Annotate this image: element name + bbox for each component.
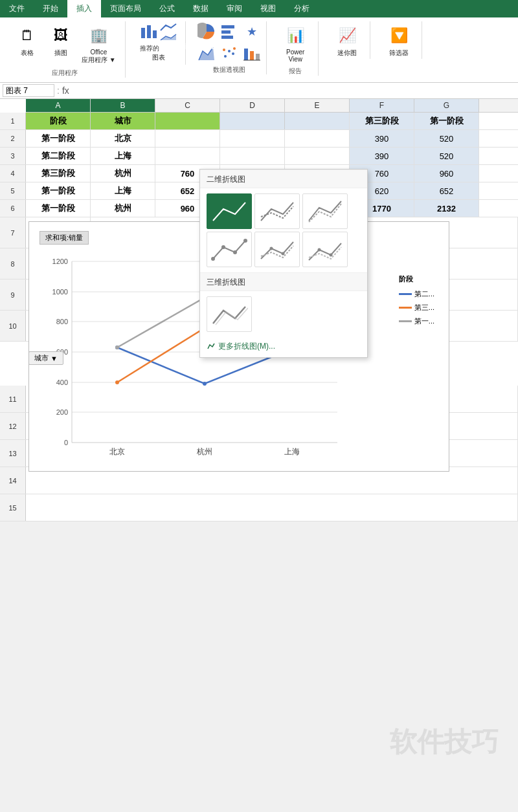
cell-b2[interactable]: 北京 xyxy=(91,130,155,147)
cell-b4[interactable]: 杭州 xyxy=(91,165,155,182)
cell-b1[interactable]: 城市 xyxy=(91,113,155,129)
tab-layout[interactable]: 页面布局 xyxy=(101,0,150,17)
ribbon-body: 🗒 表格 🖼 插图 🏢 Office应用程序 ▼ Office WaR 应用程序 xyxy=(0,17,518,82)
sparkline-button[interactable]: 📈 迷你图 xyxy=(332,21,363,59)
filter-label: 城市 xyxy=(34,353,49,363)
chart-type-markers-stacked[interactable] xyxy=(254,232,300,267)
legend-item-3: 第一... xyxy=(399,316,434,326)
svg-point-45 xyxy=(211,257,215,261)
cell-g5[interactable]: 652 xyxy=(414,182,479,199)
star-icon: ★ xyxy=(243,23,261,41)
power-view-icon: 📊 xyxy=(282,23,308,49)
cell-c1[interactable] xyxy=(155,113,220,129)
cell-a4[interactable]: 第三阶段 xyxy=(26,165,91,182)
cell-reference-input[interactable] xyxy=(3,84,54,97)
row-num: 10 xyxy=(0,311,26,341)
row-num: 5 xyxy=(0,182,26,199)
chart-type-3d-line[interactable] xyxy=(207,296,252,332)
special-chart-button[interactable]: ★ xyxy=(242,21,262,42)
table-row: 2 第一阶段 北京 390 520 xyxy=(0,130,518,148)
row-num: 9 xyxy=(0,280,26,310)
tab-formula[interactable]: 公式 xyxy=(150,0,184,17)
more-charts-link[interactable]: 更多折线图(M)... xyxy=(200,337,367,357)
legend-label-3: 第一... xyxy=(414,316,434,326)
group-filter: 🔽 筛选器 xyxy=(377,21,422,59)
svg-point-48 xyxy=(243,239,247,243)
formula-input[interactable] xyxy=(72,84,515,97)
chart-type-markers-line[interactable] xyxy=(207,232,252,267)
cell-g2[interactable]: 520 xyxy=(414,130,479,147)
tab-file[interactable]: 文件 xyxy=(0,0,34,17)
chart-type-basic-line[interactable] xyxy=(207,193,252,229)
power-view-group-label: 报告 xyxy=(289,67,302,76)
table-button[interactable]: 🗒 表格 xyxy=(12,21,43,66)
col-header-e: E xyxy=(285,99,350,112)
svg-point-50 xyxy=(282,252,285,255)
filter-button[interactable]: 🔽 筛选器 xyxy=(383,21,414,59)
tab-home[interactable]: 开始 xyxy=(34,0,67,17)
power-view-label: PowerView xyxy=(286,49,304,63)
legend-item-1: 第二... xyxy=(399,289,434,299)
cell-b5[interactable]: 上海 xyxy=(91,182,155,199)
cell-g3[interactable]: 520 xyxy=(414,148,479,164)
cell-e1[interactable] xyxy=(285,113,350,129)
cell-b3[interactable]: 上海 xyxy=(91,148,155,164)
cell-d1[interactable] xyxy=(220,113,285,129)
svg-text:1000: 1000 xyxy=(52,288,68,296)
cell-c3[interactable] xyxy=(155,148,220,164)
cell-g6[interactable]: 2132 xyxy=(414,200,479,217)
bar-horiz-button[interactable] xyxy=(219,21,240,42)
col-header-f: F xyxy=(350,99,414,112)
office-app-button[interactable]: 🏢 Office应用程序 ▼ Office WaR xyxy=(79,21,118,66)
formula-func-button[interactable]: fx xyxy=(62,85,69,96)
row-num: 7 xyxy=(0,217,26,248)
chart-type-markers-100pct[interactable] xyxy=(302,232,348,267)
pivot-chart-button[interactable] xyxy=(242,43,262,64)
chart-type-stacked-line[interactable] xyxy=(254,193,300,229)
cell-d3[interactable] xyxy=(220,148,285,164)
svg-text:400: 400 xyxy=(56,379,68,386)
cell-a3[interactable]: 第二阶段 xyxy=(26,148,91,164)
row-num: 11 xyxy=(0,386,26,412)
tab-view[interactable]: 视图 xyxy=(251,0,285,17)
cell-e2[interactable] xyxy=(285,130,350,147)
svg-point-13 xyxy=(233,47,236,50)
svg-text:北京: 北京 xyxy=(109,447,125,456)
tab-insert[interactable]: 插入 xyxy=(67,0,101,17)
power-view-button[interactable]: 📊 PowerView xyxy=(280,21,311,64)
data-pivot-label: 数据透视图 xyxy=(196,65,262,74)
cell-a2[interactable]: 第一阶段 xyxy=(26,130,91,147)
tab-data[interactable]: 数据 xyxy=(184,0,218,17)
table-row: 3 第二阶段 上海 390 520 xyxy=(0,148,518,165)
row-num: 8 xyxy=(0,248,26,279)
cell-g1[interactable]: 第一阶段 xyxy=(414,113,479,129)
column-headers: A B C D E F G xyxy=(26,99,518,113)
line-chart-icon-small xyxy=(159,23,177,32)
cell-f3[interactable]: 390 xyxy=(350,148,414,164)
cell-f1[interactable]: 第三阶段 xyxy=(350,113,414,129)
cell-c2[interactable] xyxy=(155,130,220,147)
svg-point-47 xyxy=(233,250,237,254)
office-icon: 🏢 xyxy=(85,23,111,49)
cell-a6[interactable]: 第一阶段 xyxy=(26,200,91,217)
cell-a5[interactable]: 第一阶段 xyxy=(26,182,91,199)
group-application: 🗒 表格 🖼 插图 🏢 Office应用程序 ▼ Office WaR 应用程序 xyxy=(5,21,126,78)
cell-g4[interactable]: 960 xyxy=(414,165,479,182)
cell-a1[interactable]: 阶段 xyxy=(26,113,91,129)
cell-15[interactable] xyxy=(26,494,518,521)
insert-image-button[interactable]: 🖼 插图 xyxy=(45,21,76,66)
pie-chart-button[interactable] xyxy=(196,21,217,42)
col-header-b: B xyxy=(91,99,155,112)
tab-analyze[interactable]: 分析 xyxy=(285,0,319,17)
filter-dropdown-icon: ▼ xyxy=(51,355,58,362)
cell-d2[interactable] xyxy=(220,130,285,147)
cell-b6[interactable]: 杭州 xyxy=(91,200,155,217)
filter-badge-button[interactable]: 城市 ▼ xyxy=(28,351,63,365)
legend-label-1: 第二... xyxy=(414,289,434,299)
row-num: 15 xyxy=(0,494,26,521)
cell-f2[interactable]: 390 xyxy=(350,130,414,147)
svg-text:★: ★ xyxy=(247,25,257,38)
chart-type-100pct-line[interactable] xyxy=(302,193,348,229)
tab-review[interactable]: 审阅 xyxy=(218,0,251,17)
cell-e3[interactable] xyxy=(285,148,350,164)
